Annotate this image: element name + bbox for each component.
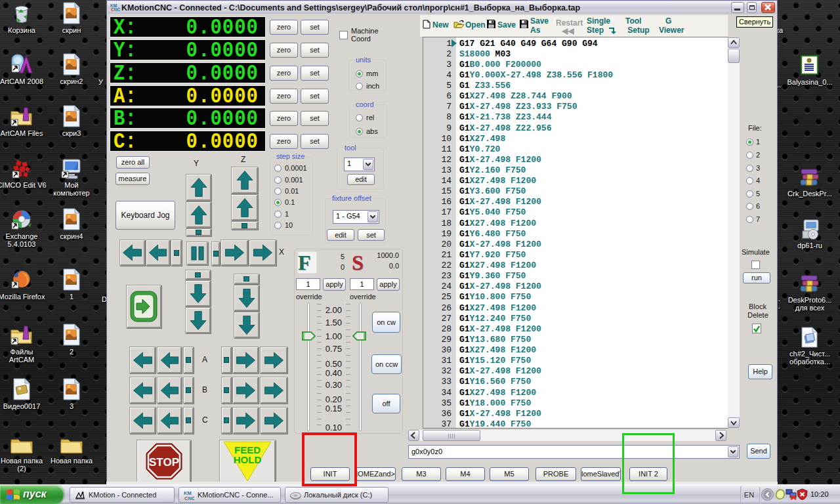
svg-text:CNC: CNC [184, 495, 194, 501]
svg-text:STOP: STOP [149, 456, 179, 469]
svg-text:HOLD: HOLD [234, 454, 262, 465]
svg-text:CNC: CNC [111, 7, 120, 12]
